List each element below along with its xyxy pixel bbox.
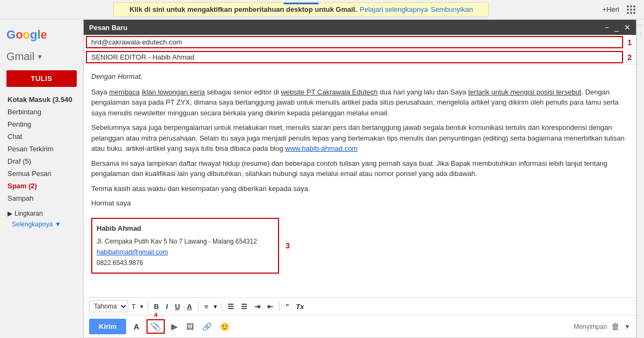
gmail-header[interactable]: Gmail ▼ bbox=[0, 48, 83, 68]
font-color-button[interactable]: A bbox=[184, 302, 194, 312]
delete-icon[interactable]: 🗑 bbox=[611, 322, 620, 332]
sig-email-link[interactable]: habibahmad@gmail.com bbox=[97, 248, 168, 256]
list-ul-button[interactable]: ☰ bbox=[238, 302, 250, 312]
compose-actions: Kirim A 4 📎 ▶ 🖼 🔗 🙂 Menyimpan 🗑 ▼ bbox=[84, 315, 636, 337]
sidebar-item-trash[interactable]: Sampah bbox=[0, 192, 83, 204]
important-label: Penting bbox=[8, 120, 31, 128]
indent-button[interactable]: ⇥ bbox=[252, 302, 263, 312]
gmail-label: Gmail bbox=[6, 50, 34, 63]
insert-link-button[interactable]: 🔗 bbox=[200, 321, 214, 332]
sig-name: Habib Ahmad bbox=[97, 223, 274, 234]
compose-titlebar: Pesan Baru − _ ✕ bbox=[84, 20, 636, 35]
subject-field-container: 2 bbox=[84, 50, 636, 65]
align-arrow-icon: ▼ bbox=[213, 304, 218, 310]
toolbar-divider-1 bbox=[148, 302, 148, 311]
insert-image-action-button[interactable]: ▶ bbox=[169, 320, 180, 333]
body-para2: Sebelumnya saya juga berpengalaman untuk… bbox=[91, 122, 628, 154]
all-label: Semua Pesan bbox=[8, 170, 52, 178]
notification-bar: Klik di sini untuk mengaktifkan pemberit… bbox=[113, 2, 489, 17]
right-strip-icon-1: ⋮ bbox=[638, 23, 643, 28]
clear-format-button[interactable]: Tx bbox=[293, 302, 306, 312]
bold-button[interactable]: B bbox=[151, 302, 162, 312]
sidebar-item-spam[interactable]: Spam (2) bbox=[0, 180, 83, 192]
compose-body[interactable]: Dengan Hormat, Saya membaca iklan lowong… bbox=[84, 65, 636, 297]
sidebar-item-important[interactable]: Penting bbox=[0, 118, 83, 130]
attach-button[interactable]: 📎 bbox=[147, 319, 165, 334]
to-field-number: 1 bbox=[627, 38, 632, 47]
circles-arrow-icon: ▶ bbox=[8, 210, 12, 217]
font-color-action-button[interactable]: A bbox=[130, 320, 142, 333]
closing: Hormat saya bbox=[91, 198, 628, 209]
sidebar-item-chat[interactable]: Chat bbox=[0, 130, 83, 143]
sent-label: Pesan Terkirim bbox=[8, 145, 54, 153]
subject-field-number: 2 bbox=[627, 53, 632, 62]
heri-label[interactable]: +Heri bbox=[603, 5, 619, 13]
quote-button[interactable]: " bbox=[283, 302, 291, 312]
sidebar-item-more[interactable]: Selengkapnya ▼ bbox=[0, 218, 83, 230]
apps-grid-icon[interactable] bbox=[625, 3, 638, 16]
sig-email: habibahmad@gmail.com bbox=[97, 247, 274, 258]
body-para1: Saya membaca iklan lowongan kerja sebaga… bbox=[91, 87, 628, 119]
list-ol-button[interactable]: ☰ bbox=[225, 302, 237, 312]
attach-number: 4 bbox=[154, 312, 157, 318]
sidebar-item-drafts[interactable]: Draf (5) bbox=[0, 155, 83, 167]
subject-input[interactable] bbox=[89, 53, 622, 61]
insert-emoji-button[interactable]: 🙂 bbox=[218, 321, 231, 332]
sidebar-section-circles: ▶ Lingkaran bbox=[0, 204, 83, 218]
font-size-arrow-icon: ▼ bbox=[139, 304, 144, 310]
google-logo: Google bbox=[0, 24, 83, 48]
gmail-dropdown-icon: ▼ bbox=[36, 53, 43, 61]
toolbar-divider-2 bbox=[198, 302, 199, 311]
toolbar-divider-3 bbox=[221, 302, 222, 311]
circles-label: Lingkaran bbox=[14, 210, 43, 217]
trash-label: Sampah bbox=[8, 194, 33, 202]
send-button[interactable]: Kirim bbox=[89, 319, 126, 334]
right-sidebar-strip: ⋮ ⋮ bbox=[636, 19, 644, 338]
expand-icon[interactable]: _ bbox=[614, 23, 619, 32]
compose-button[interactable]: TULIS bbox=[6, 70, 77, 87]
insert-photo-button[interactable]: 🖼 bbox=[184, 321, 196, 332]
compose-title: Pesan Baru bbox=[89, 24, 128, 32]
sidebar-item-inbox[interactable]: Kotak Masuk (3.540 bbox=[0, 93, 83, 106]
inbox-label: Kotak Masuk (3.540 bbox=[8, 95, 72, 104]
to-field-container: 1 bbox=[84, 35, 636, 50]
chat-label: Chat bbox=[8, 133, 22, 141]
sidebar-item-all[interactable]: Semua Pesan bbox=[0, 167, 83, 180]
spam-label: Spam (2) bbox=[8, 182, 37, 190]
compose-toolbar: Tahoma T ▼ B I U A ≡ ▼ ☰ ☰ ⇥ ⇤ " Tx bbox=[84, 297, 636, 315]
more-dropdown-icon: ▼ bbox=[55, 221, 61, 228]
body-para4: Terima kasih atas waktu dan kesempatan y… bbox=[91, 183, 628, 194]
sig-phone: 0822.6543.9876 bbox=[97, 258, 274, 268]
sidebar-item-starred[interactable]: Berbintang bbox=[0, 106, 83, 118]
italic-button[interactable]: I bbox=[163, 302, 171, 312]
to-input[interactable] bbox=[89, 38, 622, 46]
sidebar-item-sent[interactable]: Pesan Terkirim bbox=[0, 143, 83, 155]
blue-progress-bar bbox=[284, 3, 319, 4]
minimize-icon[interactable]: − bbox=[605, 23, 609, 32]
saving-label: Menyimpan bbox=[574, 323, 607, 330]
signature-number: 3 bbox=[286, 240, 290, 252]
notification-text: Klik di sini untuk mengaktifkan pemberit… bbox=[129, 5, 357, 13]
drafts-label: Draf (5) bbox=[8, 157, 31, 165]
inbox-count: (3.540 bbox=[53, 95, 72, 104]
body-para3: Bersama ini saya lampirkan daftar riwaya… bbox=[91, 158, 628, 179]
greeting: Dengan Hormat, bbox=[91, 71, 628, 83]
compose-controls: − _ ✕ bbox=[605, 23, 631, 32]
hide-link[interactable]: Sembunyikan bbox=[431, 5, 473, 13]
outdent-button[interactable]: ⇤ bbox=[265, 302, 276, 312]
font-select[interactable]: Tahoma bbox=[89, 300, 128, 312]
align-button[interactable]: ≡ bbox=[202, 302, 211, 312]
underline-button[interactable]: U bbox=[172, 302, 182, 312]
learn-more-link[interactable]: Pelajari selengkapnya bbox=[360, 5, 428, 13]
sig-address: Jl. Cempaka Putih Kav 5 No 7 Lawang - Ma… bbox=[97, 237, 274, 247]
starred-label: Berbintang bbox=[8, 108, 41, 116]
more-options-icon[interactable]: ▼ bbox=[624, 323, 631, 330]
blog-link[interactable]: www.habib-ahmad.com bbox=[285, 144, 357, 152]
signature-block: Habib Ahmad Jl. Cempaka Putih Kav 5 No 7… bbox=[91, 218, 279, 274]
more-label: Selengkapnya bbox=[12, 221, 53, 228]
close-icon[interactable]: ✕ bbox=[624, 23, 631, 32]
toolbar-divider-4 bbox=[279, 302, 280, 311]
font-size-icon: T bbox=[130, 302, 137, 312]
right-strip-icon-2: ⋮ bbox=[638, 31, 643, 37]
